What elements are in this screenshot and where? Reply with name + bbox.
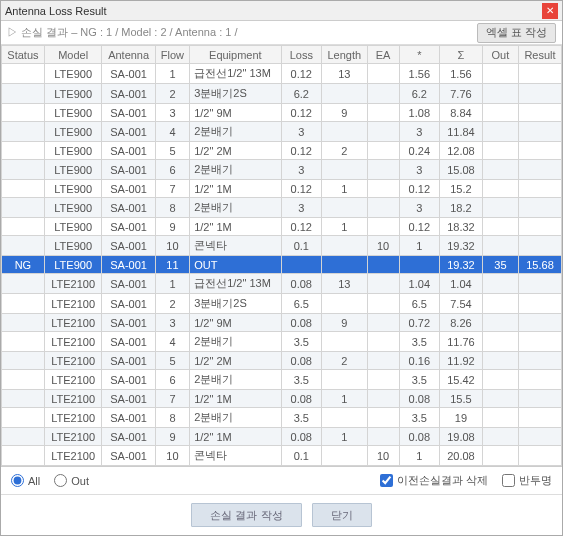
cell-status (2, 64, 45, 84)
cell-model: LTE900 (44, 84, 102, 104)
cell-sigma: 15.5 (440, 390, 483, 408)
cell-loss: 0.12 (281, 104, 322, 122)
table-row[interactable]: LTE2100SA-00151/2" 2M0.0820.1611.92 (2, 352, 562, 370)
cell-star: 0.16 (399, 352, 440, 370)
cell-flow: 2 (155, 84, 189, 104)
filter-out[interactable]: Out (54, 474, 89, 487)
cell-star: 0.08 (399, 428, 440, 446)
cell-out (482, 370, 518, 390)
cell-out (482, 428, 518, 446)
table-row[interactable]: LTE900SA-00123분배기2S6.26.27.76 (2, 84, 562, 104)
table-row[interactable]: LTE900SA-00182분배기3318.2 (2, 198, 562, 218)
radio-all[interactable] (11, 474, 24, 487)
cell-antenna: SA-001 (102, 428, 155, 446)
cell-result (519, 408, 562, 428)
table-row[interactable]: LTE900SA-00110콘넥타0.110119.32 (2, 236, 562, 256)
table-row[interactable]: LTE900SA-00162분배기3315.08 (2, 160, 562, 180)
cell-model: LTE2100 (44, 352, 102, 370)
cell-antenna: SA-001 (102, 160, 155, 180)
cell-ea (367, 142, 399, 160)
cell-result (519, 390, 562, 408)
cell-loss: 0.1 (281, 446, 322, 466)
cell-equip: 2분배기 (190, 122, 281, 142)
cell-sigma: 1.04 (440, 274, 483, 294)
checkbox-delete-prev[interactable] (380, 474, 393, 487)
table-row[interactable]: LTE900SA-00171/2" 1M0.1210.1215.2 (2, 180, 562, 198)
table-row[interactable]: LTE900SA-00191/2" 1M0.1210.1218.32 (2, 218, 562, 236)
cell-flow: 1 (155, 274, 189, 294)
table-row[interactable]: LTE900SA-00131/2" 9M0.1291.088.84 (2, 104, 562, 122)
table-row[interactable]: LTE2100SA-0011급전선1/2" 13M0.08131.041.04 (2, 274, 562, 294)
cell-model: LTE2100 (44, 428, 102, 446)
cell-model: LTE900 (44, 64, 102, 84)
radio-out[interactable] (54, 474, 67, 487)
table-row[interactable]: LTE2100SA-00182분배기3.53.519 (2, 408, 562, 428)
table-row[interactable]: LTE900SA-00142분배기3311.84 (2, 122, 562, 142)
close-button[interactable]: 닫기 (312, 503, 372, 527)
cell-flow: 7 (155, 390, 189, 408)
cell-length (322, 160, 368, 180)
checkbox-translucent[interactable] (502, 474, 515, 487)
cell-model: LTE900 (44, 218, 102, 236)
result-grid[interactable]: Status Model Antenna Flow Equipment Loss… (1, 45, 562, 467)
cell-antenna: SA-001 (102, 332, 155, 352)
col-star: * (399, 46, 440, 64)
cell-loss: 3 (281, 160, 322, 180)
cell-antenna: SA-001 (102, 236, 155, 256)
cell-model: LTE2100 (44, 370, 102, 390)
cell-antenna: SA-001 (102, 446, 155, 466)
table-row[interactable]: LTE900SA-0011급전선1/2" 13M0.12131.561.56 (2, 64, 562, 84)
cell-antenna: SA-001 (102, 142, 155, 160)
col-loss: Loss (281, 46, 322, 64)
cell-equip: 3분배기2S (190, 84, 281, 104)
close-icon[interactable]: ✕ (542, 3, 558, 19)
cell-status (2, 446, 45, 466)
cell-result (519, 370, 562, 390)
table-row[interactable]: LTE2100SA-00162분배기3.53.515.42 (2, 370, 562, 390)
cell-out (482, 274, 518, 294)
filter-all[interactable]: All (11, 474, 40, 487)
excel-export-button[interactable]: 엑셀 표 작성 (477, 23, 556, 43)
cell-out (482, 198, 518, 218)
cell-flow: 5 (155, 142, 189, 160)
cell-out (482, 218, 518, 236)
cell-antenna: SA-001 (102, 274, 155, 294)
cell-ea (367, 428, 399, 446)
table-row[interactable]: LTE2100SA-00142분배기3.53.511.76 (2, 332, 562, 352)
cell-star: 1.04 (399, 274, 440, 294)
cell-ea (367, 180, 399, 198)
cell-star: 3.5 (399, 408, 440, 428)
cell-flow: 7 (155, 180, 189, 198)
cell-status (2, 180, 45, 198)
cell-loss: 3.5 (281, 408, 322, 428)
cell-ea (367, 104, 399, 122)
table-row[interactable]: LTE2100SA-00123분배기2S6.56.57.54 (2, 294, 562, 314)
cell-sigma: 7.54 (440, 294, 483, 314)
cell-status (2, 428, 45, 446)
cell-star: 3 (399, 122, 440, 142)
cell-result (519, 218, 562, 236)
table-row[interactable]: LTE2100SA-00110콘넥타0.110120.08 (2, 446, 562, 466)
cell-star: 1 (399, 446, 440, 466)
cell-antenna: SA-001 (102, 104, 155, 122)
col-antenna: Antenna (102, 46, 155, 64)
table-row[interactable]: LTE2100SA-00191/2" 1M0.0810.0819.08 (2, 428, 562, 446)
cell-ea (367, 122, 399, 142)
col-model: Model (44, 46, 102, 64)
cell-equip: 콘넥타 (190, 446, 281, 466)
breadcrumb: ▷ 손실 결과 – NG : 1 / Model : 2 / Antenna :… (7, 25, 477, 40)
calculate-button[interactable]: 손실 결과 작성 (191, 503, 301, 527)
table-row[interactable]: LTE2100SA-00171/2" 1M0.0810.0815.5 (2, 390, 562, 408)
cell-loss: 0.12 (281, 218, 322, 236)
table-row[interactable]: LTE900SA-00151/2" 2M0.1220.2412.08 (2, 142, 562, 160)
cell-out (482, 390, 518, 408)
table-row[interactable]: LTE2100SA-00131/2" 9M0.0890.728.26 (2, 314, 562, 332)
cell-sigma: 19.08 (440, 428, 483, 446)
cell-equip: 콘넥타 (190, 236, 281, 256)
cell-status (2, 160, 45, 180)
translucent-check[interactable]: 반투명 (502, 473, 552, 488)
delete-prev-check[interactable]: 이전손실결과 삭제 (380, 473, 488, 488)
cell-antenna: SA-001 (102, 122, 155, 142)
cell-ea (367, 314, 399, 332)
table-row[interactable]: NGLTE900SA-00111OUT19.323515.68 (2, 256, 562, 274)
